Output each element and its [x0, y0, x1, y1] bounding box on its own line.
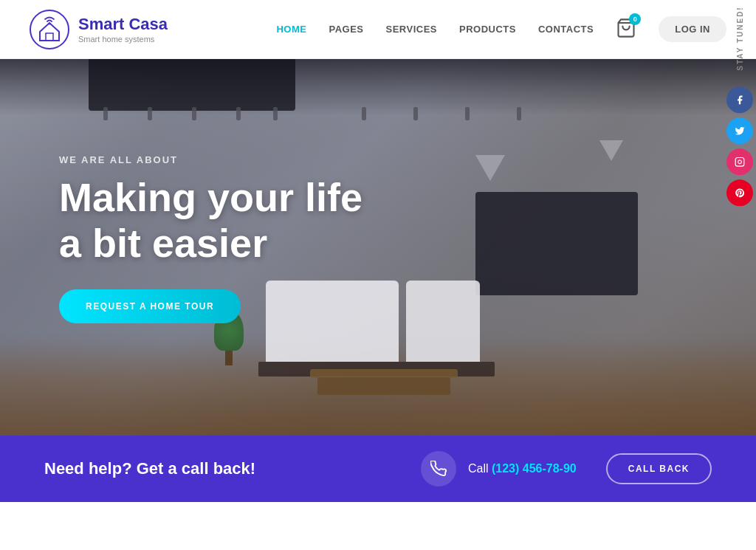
header: Smart Casa Smart home systems HOME PAGES…	[0, 0, 756, 59]
call-text: Call (123) 456-78-90	[468, 462, 577, 475]
phone-icon	[430, 461, 447, 477]
bottom-banner: Need help? Get a call back! Call (123) 4…	[0, 436, 756, 502]
track-light	[465, 107, 470, 120]
call-number: (123) 456-78-90	[492, 462, 577, 475]
call-prefix: Call	[468, 462, 492, 475]
hero-cta-button[interactable]: REQUEST A HOME TOUR	[59, 289, 241, 323]
nav-pages[interactable]: PAGES	[329, 24, 363, 35]
track-light	[103, 107, 108, 120]
svg-rect-1	[46, 33, 53, 41]
coffee-table-shelf	[317, 377, 450, 395]
call-section: Call (123) 456-78-90	[421, 451, 577, 487]
track-light	[192, 107, 196, 120]
track-light	[148, 107, 152, 120]
nav-services[interactable]: SERVICES	[385, 24, 437, 35]
page-wrapper: Smart Casa Smart home systems HOME PAGES…	[0, 0, 756, 550]
nav-home[interactable]: HOME	[276, 24, 306, 35]
hero-headline-line1: Making your life	[59, 175, 362, 219]
stay-tuned-label: STAY TUNED!	[736, 0, 744, 76]
call-icon-circle	[421, 451, 456, 487]
nav-contacts[interactable]: CONTACTS	[538, 24, 594, 35]
track-light	[362, 107, 366, 120]
ceiling-panel	[89, 59, 295, 111]
facebook-icon	[735, 95, 745, 106]
track-light	[236, 107, 241, 120]
main-nav: HOME PAGES SERVICES PRODUCTS CONTACTS 0 …	[276, 16, 726, 42]
login-button[interactable]: LOG IN	[659, 16, 726, 42]
instagram-button[interactable]	[726, 149, 753, 176]
triangle-deco-1	[475, 155, 505, 181]
logo-text-group: Smart Casa Smart home systems	[78, 15, 168, 43]
track-light	[273, 107, 278, 120]
triangle-deco-2	[599, 140, 623, 161]
hero-content: WE ARE ALL ABOUT Making your life a bit …	[59, 154, 362, 323]
nav-products[interactable]: PRODUCTS	[459, 24, 516, 35]
pinterest-icon	[735, 188, 745, 199]
hero-headline-line2: a bit easier	[59, 221, 267, 265]
hero-section: WE ARE ALL ABOUT Making your life a bit …	[0, 59, 756, 436]
instagram-icon	[735, 157, 745, 168]
svg-point-0	[30, 10, 69, 49]
facebook-button[interactable]	[726, 87, 753, 114]
logo-icon	[30, 10, 69, 49]
call-back-button[interactable]: CALL BACK	[606, 453, 712, 484]
banner-help-text: Need help? Get a call back!	[44, 459, 255, 478]
pinterest-button[interactable]	[726, 180, 753, 207]
logo-title: Smart Casa	[78, 15, 168, 34]
tv-element	[475, 192, 638, 295]
svg-rect-3	[735, 158, 744, 167]
twitter-icon	[735, 126, 745, 137]
cart-badge: 0	[629, 13, 641, 25]
logo[interactable]: Smart Casa Smart home systems	[30, 10, 168, 49]
hero-headline: Making your life a bit easier	[59, 174, 362, 266]
track-light	[517, 107, 521, 120]
social-sidebar: STAY TUNED!	[724, 0, 756, 213]
hero-eyebrow: WE ARE ALL ABOUT	[59, 154, 362, 165]
svg-point-2	[49, 22, 51, 24]
sofa-2	[406, 281, 480, 362]
cart-button[interactable]: 0	[616, 18, 636, 41]
logo-subtitle: Smart home systems	[78, 35, 168, 44]
twitter-button[interactable]	[726, 118, 753, 145]
track-light	[413, 107, 418, 120]
